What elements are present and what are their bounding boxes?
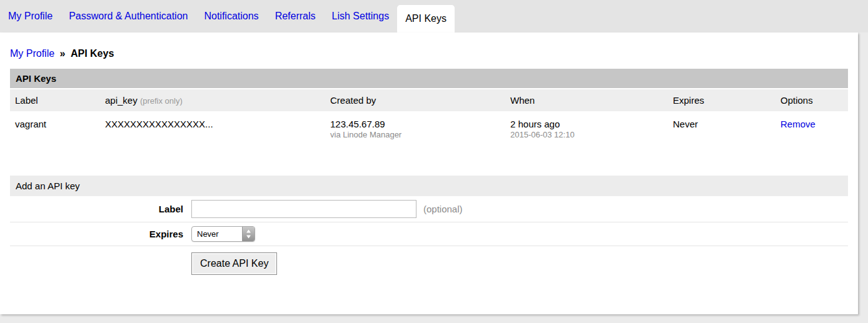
column-header-api-key-text: api_key bbox=[105, 95, 138, 106]
cell-expires: Never bbox=[668, 111, 775, 144]
tab-api-keys[interactable]: API Keys bbox=[397, 5, 455, 32]
column-header-created-by: Created by bbox=[325, 89, 505, 111]
column-header-api-key-note: (prefix only) bbox=[140, 96, 183, 106]
label-field-control: (optional) bbox=[191, 200, 463, 218]
tab-password-authentication[interactable]: Password & Authentication bbox=[61, 0, 196, 32]
expires-field-control: Never bbox=[191, 226, 255, 242]
select-up-down-arrows-icon bbox=[242, 226, 255, 242]
cell-options: Remove bbox=[775, 111, 848, 144]
expires-select-value: Never bbox=[197, 229, 219, 239]
create-api-key-button[interactable]: Create API Key bbox=[191, 252, 277, 275]
cell-api-key-prefix: XXXXXXXXXXXXXXXX... bbox=[100, 111, 325, 144]
breadcrumb-separator: » bbox=[58, 48, 68, 59]
submit-form-row: Create API Key bbox=[10, 246, 848, 279]
remove-link[interactable]: Remove bbox=[780, 119, 815, 129]
column-header-when: When bbox=[505, 89, 668, 111]
label-field-label: Label bbox=[10, 204, 191, 214]
tab-my-profile[interactable]: My Profile bbox=[0, 0, 61, 32]
api-keys-table-section: API Keys Label api_key (prefix only) Cre… bbox=[10, 69, 848, 144]
tab-bar: My Profile Password & Authentication Not… bbox=[0, 0, 868, 32]
expires-field-label: Expires bbox=[10, 229, 191, 239]
label-input[interactable] bbox=[191, 200, 416, 218]
breadcrumb-current-page: API Keys bbox=[71, 48, 114, 59]
api-key-table-row: vagrant XXXXXXXXXXXXXXXX... 123.45.67.89… bbox=[10, 111, 848, 144]
when-timestamp: 2015-06-03 12:10 bbox=[510, 130, 663, 139]
column-header-expires: Expires bbox=[668, 89, 775, 111]
api-keys-table: Label api_key (prefix only) Created by W… bbox=[10, 89, 848, 144]
submit-row-control: Create API Key bbox=[191, 252, 277, 275]
expires-form-row: Expires Never bbox=[10, 222, 848, 246]
label-optional-note: (optional) bbox=[423, 204, 463, 214]
tab-referrals[interactable]: Referrals bbox=[267, 0, 324, 32]
table-header-row: Label api_key (prefix only) Created by W… bbox=[10, 89, 848, 111]
expires-select[interactable]: Never bbox=[191, 226, 255, 242]
column-header-options: Options bbox=[775, 89, 848, 111]
breadcrumb: My Profile » API Keys bbox=[0, 32, 858, 69]
api-keys-table-title: API Keys bbox=[10, 69, 848, 89]
add-api-key-title: Add an API key bbox=[10, 176, 848, 196]
breadcrumb-my-profile-link[interactable]: My Profile bbox=[10, 48, 54, 59]
cell-key-label: vagrant bbox=[10, 111, 100, 144]
tab-lish-settings[interactable]: Lish Settings bbox=[324, 0, 398, 32]
cell-when: 2 hours ago 2015-06-03 12:10 bbox=[505, 111, 668, 144]
add-api-key-section: Add an API key Label (optional) Expires … bbox=[10, 176, 848, 279]
column-header-api-key: api_key (prefix only) bbox=[100, 89, 325, 111]
column-header-label: Label bbox=[10, 89, 100, 111]
created-by-via: via Linode Manager bbox=[330, 130, 500, 139]
tab-notifications[interactable]: Notifications bbox=[196, 0, 266, 32]
cell-created-by: 123.45.67.89 via Linode Manager bbox=[325, 111, 505, 144]
label-form-row: Label (optional) bbox=[10, 196, 848, 222]
created-by-ip: 123.45.67.89 bbox=[330, 119, 500, 129]
content-panel: My Profile » API Keys API Keys Label api… bbox=[0, 32, 858, 314]
when-relative: 2 hours ago bbox=[510, 119, 663, 129]
